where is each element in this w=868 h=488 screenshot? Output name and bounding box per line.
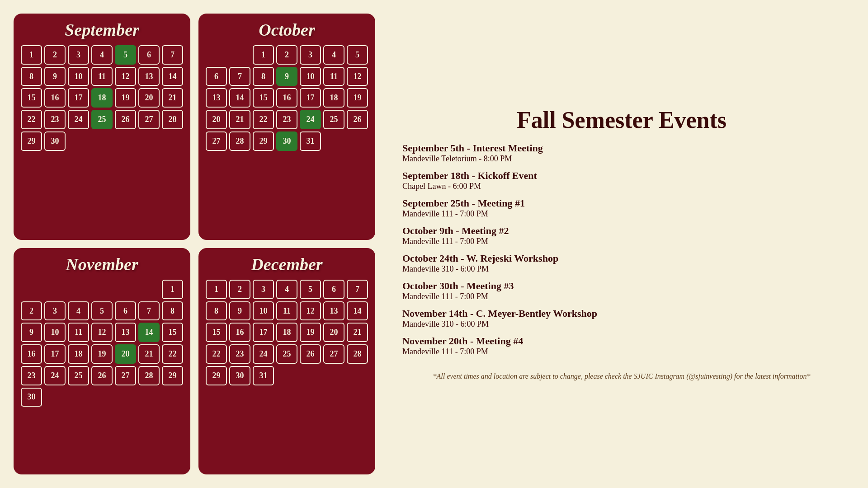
day-cell: 7 — [229, 67, 250, 86]
day-cell: 15 — [162, 323, 183, 342]
day-cell: 31 — [253, 366, 274, 385]
day-cell: 26 — [115, 110, 136, 129]
day-cell: 25 — [276, 344, 297, 364]
event-item: September 5th - Interest MeetingMandevil… — [402, 142, 841, 164]
day-cell: 4 — [68, 301, 89, 321]
day-cell: 15 — [253, 88, 274, 108]
calendar-title: September — [21, 20, 183, 40]
day-cell: 20 — [115, 344, 136, 364]
day-cell: 18 — [68, 344, 89, 364]
day-cell: 16 — [21, 344, 42, 364]
day-cell: 5 — [91, 301, 113, 321]
day-cell: 4 — [323, 45, 344, 65]
day-cell: 6 — [115, 301, 136, 321]
day-cell: 30 — [229, 366, 250, 385]
day-cell: 2 — [21, 301, 42, 321]
day-cell: 4 — [91, 45, 113, 65]
event-detail: Chapel Lawn - 6:00 PM — [402, 182, 841, 191]
event-item: October 24th - W. Rejeski WorkshopMandev… — [402, 253, 841, 274]
events-panel: Fall Semester Events September 5th - Int… — [384, 102, 854, 386]
event-item: October 9th - Meeting #2Mandeville 111 -… — [402, 225, 841, 246]
event-title: November 14th - C. Meyer-Bentley Worksho… — [402, 308, 841, 319]
day-cell: 29 — [162, 366, 183, 385]
day-cell: 26 — [91, 366, 113, 385]
main-container: September1234567891011121314151617181920… — [14, 9, 854, 479]
day-cell: 28 — [347, 344, 368, 364]
day-cell: 12 — [347, 67, 368, 86]
day-cell: 19 — [91, 344, 113, 364]
day-cell: 9 — [229, 301, 250, 321]
day-cell: 29 — [21, 131, 42, 151]
day-empty — [115, 280, 136, 299]
day-cell: 21 — [162, 88, 183, 108]
day-cell: 8 — [162, 301, 183, 321]
day-cell: 6 — [206, 67, 227, 86]
day-cell: 28 — [162, 110, 183, 129]
day-cell: 13 — [138, 67, 160, 86]
event-title: November 20th - Meeting #4 — [402, 335, 841, 347]
calendar-grid: 1234567891011121314151617181920212223242… — [21, 45, 183, 151]
day-cell: 3 — [253, 280, 274, 299]
day-cell: 18 — [276, 323, 297, 342]
day-cell: 29 — [206, 366, 227, 385]
day-cell: 21 — [138, 344, 160, 364]
day-cell: 11 — [68, 323, 89, 342]
day-cell: 2 — [229, 280, 250, 299]
day-cell: 9 — [44, 67, 66, 86]
event-title: October 9th - Meeting #2 — [402, 225, 841, 237]
day-cell: 31 — [300, 131, 321, 151]
day-cell: 24 — [253, 344, 274, 364]
event-item: September 25th - Meeting #1Mandeville 11… — [402, 197, 841, 219]
calendar-december: December12345678910111213141516171819202… — [198, 248, 375, 474]
event-item: September 18th - Kickoff EventChapel Law… — [402, 170, 841, 191]
day-cell: 13 — [206, 88, 227, 108]
calendar-grid: 1234567891011121314151617181920212223242… — [21, 280, 183, 407]
day-cell: 23 — [44, 110, 66, 129]
calendar-title: October — [206, 20, 368, 40]
day-cell: 30 — [21, 388, 42, 407]
day-cell: 1 — [162, 280, 183, 299]
day-cell: 1 — [206, 280, 227, 299]
event-item: November 20th - Meeting #4Mandeville 111… — [402, 335, 841, 357]
day-cell: 12 — [300, 301, 321, 321]
day-cell: 20 — [323, 323, 344, 342]
day-cell: 16 — [229, 323, 250, 342]
event-title: October 24th - W. Rejeski Workshop — [402, 253, 841, 264]
day-cell: 22 — [253, 110, 274, 129]
event-detail: Mandeville 310 - 6:00 PM — [402, 264, 841, 274]
event-detail: Mandeville Teletorium - 8:00 PM — [402, 154, 841, 164]
day-cell: 25 — [68, 366, 89, 385]
day-empty — [44, 280, 66, 299]
day-cell: 14 — [229, 88, 250, 108]
disclaimer: *All event times and location are subjec… — [402, 371, 841, 382]
day-cell: 25 — [323, 110, 344, 129]
day-cell: 30 — [44, 131, 66, 151]
day-empty — [229, 45, 250, 65]
day-cell: 21 — [229, 110, 250, 129]
day-cell: 16 — [276, 88, 297, 108]
day-cell: 24 — [300, 110, 321, 129]
day-cell: 27 — [138, 110, 160, 129]
day-empty — [21, 280, 42, 299]
day-cell: 29 — [253, 131, 274, 151]
calendar-grid: 1234567891011121314151617181920212223242… — [206, 45, 368, 151]
day-cell: 22 — [21, 110, 42, 129]
calendar-october: October123456789101112131415161718192021… — [198, 14, 375, 240]
calendar-september: September1234567891011121314151617181920… — [14, 14, 190, 240]
calendars-grid: September1234567891011121314151617181920… — [14, 14, 375, 474]
day-cell: 21 — [347, 323, 368, 342]
day-empty — [68, 280, 89, 299]
day-cell: 27 — [115, 366, 136, 385]
day-cell: 6 — [323, 280, 344, 299]
day-cell: 19 — [115, 88, 136, 108]
day-cell: 8 — [206, 301, 227, 321]
event-title: September 5th - Interest Meeting — [402, 142, 841, 154]
day-cell: 17 — [300, 88, 321, 108]
day-cell: 12 — [91, 323, 113, 342]
day-cell: 4 — [276, 280, 297, 299]
day-cell: 18 — [91, 88, 113, 108]
day-cell: 17 — [68, 88, 89, 108]
day-cell: 1 — [21, 45, 42, 65]
day-cell: 14 — [162, 67, 183, 86]
day-cell: 11 — [276, 301, 297, 321]
